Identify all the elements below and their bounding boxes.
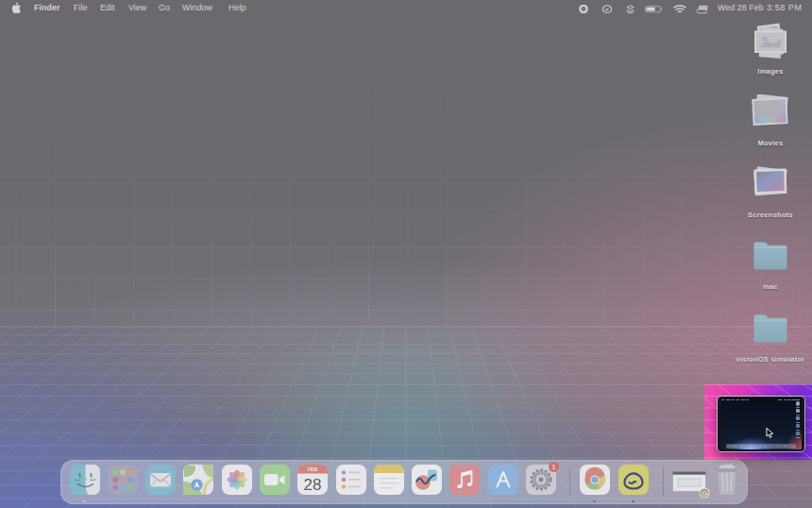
svg-text:FEB: FEB <box>308 466 317 472</box>
svg-text:28: 28 <box>304 476 322 494</box>
